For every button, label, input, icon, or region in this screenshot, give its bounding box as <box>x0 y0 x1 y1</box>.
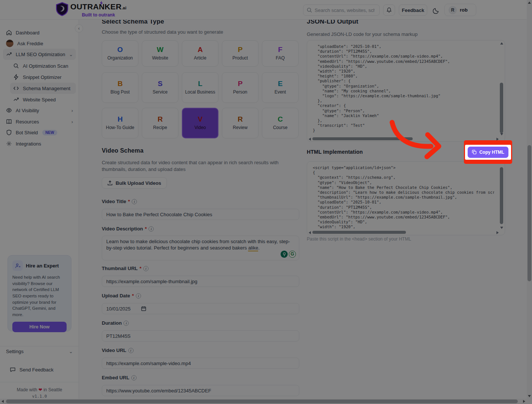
sidebar-item-ai-scan[interactable]: AI Optimization Scan <box>10 60 76 71</box>
schema-type-blog-post[interactable]: BBlog Post <box>102 72 138 103</box>
schema-type-event[interactable]: EEvent <box>262 72 299 103</box>
video-url-input[interactable] <box>102 358 299 369</box>
html-vertical-scrollbar[interactable] <box>499 163 504 230</box>
schema-type-course[interactable]: CCourse <box>262 108 299 138</box>
schema-type-product[interactable]: PProduct <box>222 40 259 67</box>
brand-logo[interactable]: OUTRANKER.ai Built to outrank <box>55 2 126 18</box>
sidebar-item-settings[interactable]: Settings ⌄ <box>6 349 73 354</box>
schema-type-organization[interactable]: OOrganization <box>102 40 138 67</box>
scroll-down-arrow[interactable] <box>528 395 531 397</box>
chevron-down-icon: ⌄ <box>69 349 73 354</box>
sidebar-item-snippet-optimizer[interactable]: Snippet Optimizer <box>10 71 76 83</box>
thumbnail-url-input[interactable] <box>102 276 299 287</box>
schema-type-howto-guide[interactable]: HHow-To Guide <box>102 108 138 138</box>
app-root: OUTRANKER.ai Built to outrank Feedback R… <box>0 0 532 404</box>
upload-icon <box>107 180 113 186</box>
info-icon: i <box>128 348 134 353</box>
scrollbar-thumb[interactable] <box>312 137 413 140</box>
copy-html-highlight-box: Copy HTML <box>464 140 512 164</box>
schema-type-review[interactable]: RReview <box>222 108 259 138</box>
schema-type-website[interactable]: WWebsite <box>142 40 178 67</box>
page-horizontal-scrollbar[interactable] <box>0 399 527 404</box>
scrollbar-corner <box>527 399 532 404</box>
info-icon: i <box>143 266 149 271</box>
sidebar-item-resources[interactable]: Resources › <box>3 116 76 127</box>
app-version: v1.1.0 <box>0 394 79 399</box>
feedback-button[interactable]: Feedback <box>399 4 427 16</box>
brand-tagline: Built to outrank <box>70 12 126 18</box>
sidebar-item-website-speed[interactable]: Website Speed <box>10 94 76 105</box>
user-menu[interactable]: R rob <box>444 4 476 16</box>
scroll-down-arrow[interactable] <box>500 227 503 229</box>
gear-icon <box>6 141 12 147</box>
schema-type-person[interactable]: PPerson <box>222 72 259 103</box>
avatar: R <box>449 6 457 14</box>
search-icon <box>306 7 312 13</box>
sidebar-item-llm-seo[interactable]: LLM SEO Optimization ⌄ <box>3 49 76 60</box>
grammar-assistant-icon[interactable] <box>281 251 288 258</box>
upload-date-input[interactable]: 10/01/2025 <box>102 303 299 314</box>
sidebar-item-dashboard[interactable]: Dashboard <box>3 27 76 38</box>
html-code[interactable]: <script type="application/ld+json"> { "@… <box>313 165 494 229</box>
schema-type-article[interactable]: AArticle <box>182 40 218 67</box>
scroll-right-arrow[interactable] <box>496 231 499 234</box>
schema-type-faq[interactable]: FFAQ <box>262 40 299 67</box>
jsonld-code[interactable]: "uploadDate": "2025-10-01", "duration": … <box>313 44 494 135</box>
copy-icon <box>472 150 477 154</box>
user-plus-icon <box>12 260 23 271</box>
jsonld-vertical-scrollbar[interactable] <box>499 42 504 136</box>
bulk-upload-button[interactable]: Bulk Upload Videos <box>102 177 167 189</box>
divider <box>0 346 79 346</box>
dark-mode-toggle[interactable] <box>431 5 441 16</box>
page-vertical-scrollbar[interactable] <box>527 0 532 399</box>
code-icon <box>13 85 19 91</box>
scrollbar-thumb[interactable] <box>6 400 518 403</box>
scrollbar-thumb[interactable] <box>500 83 503 133</box>
scrollbar-thumb[interactable] <box>500 167 503 224</box>
global-search[interactable] <box>303 4 380 16</box>
video-url-label: Video URLi <box>102 348 134 353</box>
copy-html-button[interactable]: Copy HTML <box>468 147 508 158</box>
sidebar-item-ai-visibility[interactable]: AI Visibility › <box>3 105 76 116</box>
info-icon: i <box>132 199 137 204</box>
sidebar-item-integrations[interactable]: Integrations <box>3 138 76 149</box>
scroll-up-arrow[interactable] <box>528 1 531 4</box>
scrollbar-thumb[interactable] <box>528 145 531 281</box>
schema-type-service[interactable]: SService <box>142 72 178 103</box>
sidebar-item-send-feedback[interactable]: Send Feedback <box>10 367 53 373</box>
sidebar-item-bot-shield[interactable]: Bot Shield NEW <box>3 127 76 138</box>
lightning-icon <box>13 74 19 80</box>
book-icon <box>6 119 12 125</box>
search-input[interactable] <box>315 7 374 13</box>
thumbnail-url-label: Thumbnail URL*i <box>102 266 149 271</box>
scroll-left-arrow[interactable] <box>309 231 311 234</box>
sidebar-item-schema-management[interactable]: Schema Management <box>10 83 76 94</box>
video-schema-title: Video Schema <box>102 147 144 154</box>
grammarly-icon[interactable]: G <box>289 251 296 258</box>
duration-input[interactable] <box>102 330 299 342</box>
scroll-up-arrow[interactable] <box>500 42 503 45</box>
scroll-left-arrow[interactable] <box>309 138 311 141</box>
brand-suffix: .ai <box>122 6 126 10</box>
info-icon: i <box>131 375 137 380</box>
scrollbar-thumb[interactable] <box>312 231 406 234</box>
video-title-input[interactable] <box>102 209 299 220</box>
embed-url-input[interactable] <box>102 385 299 396</box>
sidebar-item-ask-freddie[interactable]: Ask Freddie <box>3 38 76 49</box>
hire-now-button[interactable]: Hire Now <box>12 322 67 332</box>
video-description-textarea[interactable]: Learn how to make delicious chocolate ch… <box>102 236 299 260</box>
sidebar-collapse-button[interactable]: ‹ <box>75 24 83 33</box>
scroll-right-arrow[interactable] <box>523 400 525 403</box>
schema-type-video-selected[interactable]: VVideo <box>182 108 218 138</box>
html-implementation-title: HTML Implementation <box>307 149 363 155</box>
schema-type-recipe[interactable]: RRecipe <box>142 108 178 138</box>
user-name: rob <box>460 7 468 13</box>
scroll-down-arrow[interactable] <box>500 133 503 135</box>
notifications-button[interactable] <box>383 4 395 16</box>
jsonld-code-block: "uploadDate": "2025-10-01", "duration": … <box>307 40 505 142</box>
schema-type-local-business[interactable]: LLocal Business <box>182 72 218 103</box>
chevron-down-icon: ⌄ <box>69 52 73 57</box>
calendar-icon[interactable] <box>141 306 146 311</box>
html-horizontal-scrollbar[interactable] <box>309 230 499 234</box>
scroll-left-arrow[interactable] <box>1 400 4 403</box>
